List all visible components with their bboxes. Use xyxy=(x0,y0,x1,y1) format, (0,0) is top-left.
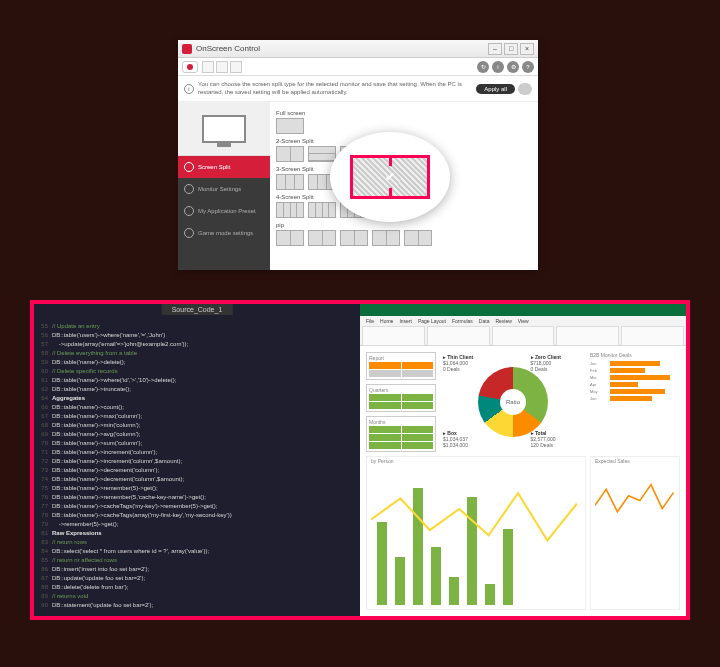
toolbar-seg[interactable] xyxy=(216,61,228,73)
code-line: 59DB::table('name')->delete(); xyxy=(34,358,360,367)
slicer-block[interactable]: Quarters xyxy=(366,384,436,412)
layout-option[interactable] xyxy=(340,230,368,246)
layout-option[interactable] xyxy=(276,118,304,134)
code-line: 70DB::table('name')->sum('column'); xyxy=(34,439,360,448)
column-bar xyxy=(485,584,495,605)
column-chart: by Person xyxy=(366,456,586,610)
ribbon-tab[interactable]: View xyxy=(518,318,529,324)
sidebar-icon xyxy=(184,228,194,238)
info-circle-icon: i xyxy=(184,84,194,94)
sidebar-item[interactable]: Screen Split xyxy=(178,156,270,178)
column-bar xyxy=(395,557,405,605)
ribbon: FileHomeInsertPage LayoutFormulasDataRev… xyxy=(360,316,686,346)
code-line: 60// Delete specific records xyxy=(34,367,360,376)
bar-row: May xyxy=(590,388,680,395)
code-line: 85// return nr affected rows xyxy=(34,556,360,565)
onscreen-control-window: OnScreen Control – □ × ↻ i ⚙ ? i You can… xyxy=(178,40,538,270)
code-line: 75DB::table('name')->remember(5)->get(); xyxy=(34,484,360,493)
line-chart: Expected Sales xyxy=(590,456,680,610)
sidebar-item[interactable]: Game mode settings xyxy=(178,222,270,244)
close-button[interactable]: × xyxy=(520,43,534,55)
code-line: 56DB::table('users')->where('name','=','… xyxy=(34,331,360,340)
brand-logo-icon xyxy=(182,61,198,73)
sidebar-item[interactable]: My Application Preset xyxy=(178,200,270,222)
app-icon xyxy=(182,44,192,54)
section-label: Full screen xyxy=(276,110,532,116)
ribbon-tab[interactable]: Formulas xyxy=(452,318,473,324)
toolbar-seg[interactable] xyxy=(202,61,214,73)
editor-tab[interactable]: Source_Code_1 xyxy=(162,304,233,315)
code-line: 87DB::update('update foo set bar=2'); xyxy=(34,574,360,583)
kpi-label: ▸ Zero Client$718,0000 Deals xyxy=(531,354,562,372)
code-line: 73DB::table('name')->decrement('column')… xyxy=(34,466,360,475)
bar-row: Jan xyxy=(590,360,680,367)
section-label: pip xyxy=(276,222,532,228)
minimize-button[interactable]: – xyxy=(488,43,502,55)
code-line: 83// return rows xyxy=(34,538,360,547)
apply-all-button[interactable]: Apply all xyxy=(476,84,515,94)
layout-option[interactable] xyxy=(276,174,304,190)
code-line: 88DB::delete('delete from bar'); xyxy=(34,583,360,592)
split-screen-demo: Source_Code_1 55// Update an entry56DB::… xyxy=(30,300,690,620)
column-bar xyxy=(431,547,441,605)
layout-option[interactable] xyxy=(276,202,304,218)
slicer-block[interactable]: Report xyxy=(366,352,436,380)
toolbar-seg[interactable] xyxy=(230,61,242,73)
gear-icon[interactable]: ⚙ xyxy=(507,61,519,73)
ribbon-tab[interactable]: File xyxy=(366,318,374,324)
bar-row: Apr xyxy=(590,381,680,388)
ribbon-tab[interactable]: Insert xyxy=(399,318,412,324)
dashboard-sheet: ReportQuartersMonths Ratio ▸ Thin Client… xyxy=(360,346,686,616)
code-line: 74DB::table('name')->decrement('column',… xyxy=(34,475,360,484)
line-overlay xyxy=(371,467,581,551)
code-line: 89// returns void xyxy=(34,592,360,601)
donut-center-label: Ratio xyxy=(506,399,520,405)
sidebar-item[interactable]: Monitor Settings xyxy=(178,178,270,200)
ribbon-tab[interactable]: Home xyxy=(380,318,393,324)
help-icon[interactable]: ? xyxy=(522,61,534,73)
sidebar: Screen SplitMonitor SettingsMy Applicati… xyxy=(178,102,270,270)
column-bar xyxy=(449,577,459,605)
code-line: 57 ->update(array('email'=>'john@example… xyxy=(34,340,360,349)
layout-option[interactable] xyxy=(308,230,336,246)
layout-option[interactable] xyxy=(404,230,432,246)
window-title: OnScreen Control xyxy=(196,44,260,53)
sidebar-icon xyxy=(184,206,194,216)
refresh-icon[interactable]: ↻ xyxy=(477,61,489,73)
code-line: 77DB::table('name')->cacheTags('my-key')… xyxy=(34,502,360,511)
bar-row: Mar xyxy=(590,374,680,381)
check-icon: ✔ xyxy=(379,166,401,188)
ribbon-tab[interactable]: Page Layout xyxy=(418,318,446,324)
code-line: 71DB::table('name')->increment('column')… xyxy=(34,448,360,457)
titlebar: OnScreen Control – □ × xyxy=(178,40,538,58)
selected-layout: ✔ xyxy=(350,155,430,199)
zoom-preview: ✔ xyxy=(330,132,450,222)
maximize-button[interactable]: □ xyxy=(504,43,518,55)
code-line: 69DB::table('name')->avg('column'); xyxy=(34,430,360,439)
code-line: 72DB::table('name')->increment('column',… xyxy=(34,457,360,466)
code-line: 64Aggregates xyxy=(34,394,360,403)
ribbon-tab[interactable]: Review xyxy=(495,318,511,324)
info-bar: i You can choose the screen split type f… xyxy=(178,76,538,102)
layout-option[interactable] xyxy=(276,230,304,246)
info-icon[interactable]: i xyxy=(492,61,504,73)
layout-option[interactable] xyxy=(308,202,336,218)
ribbon-tab[interactable]: Data xyxy=(479,318,490,324)
slicer-block[interactable]: Months xyxy=(366,416,436,452)
code-editor-pane: Source_Code_1 55// Update an entry56DB::… xyxy=(34,304,360,616)
sidebar-icon xyxy=(184,184,194,194)
layout-option[interactable] xyxy=(308,146,336,162)
kpi-label: ▸ Box$1,034,037$1,034,000 xyxy=(443,430,468,448)
layout-option[interactable] xyxy=(372,230,400,246)
dismiss-button[interactable] xyxy=(518,83,532,95)
code-line: 67DB::table('name')->max('column'); xyxy=(34,412,360,421)
panel-title: B2B Monitor Deals xyxy=(590,352,680,358)
code-line: 86DB::insert('insert into foo set bar=2'… xyxy=(34,565,360,574)
code-line: 68DB::table('name')->min('column'); xyxy=(34,421,360,430)
code-line: 61DB::table('name')->where('id','>','10'… xyxy=(34,376,360,385)
chart-title: Expected Sales xyxy=(595,458,630,464)
kpi-label: ▸ Thin Client$1,064,0000 Deals xyxy=(443,354,473,372)
layout-option[interactable] xyxy=(276,146,304,162)
code-line: 84DB::select('select * from users where … xyxy=(34,547,360,556)
code-line: 81Raw Expressions xyxy=(34,529,360,538)
